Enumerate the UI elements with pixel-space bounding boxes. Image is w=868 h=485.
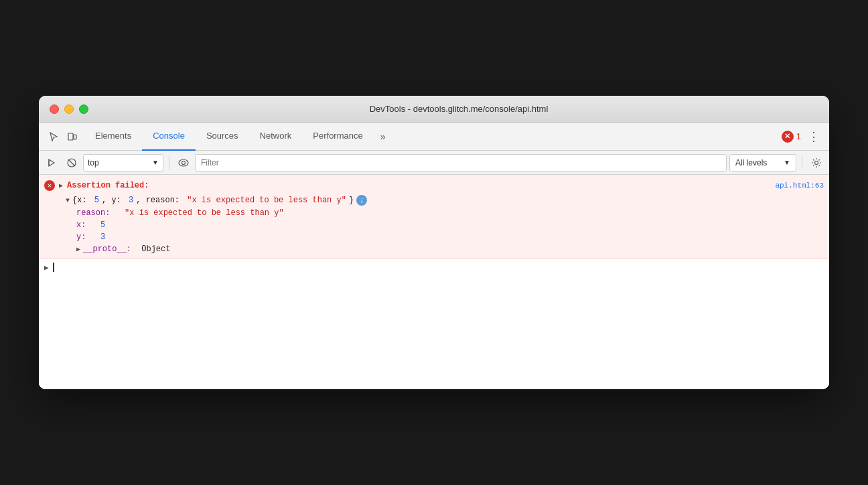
error-badge: ✕ 1 [782, 131, 801, 143]
titlebar: DevTools - devtools.glitch.me/console/ap… [39, 96, 829, 123]
window-title: DevTools - devtools.glitch.me/console/ap… [99, 104, 818, 114]
svg-point-6 [179, 159, 188, 166]
context-selector[interactable]: top ▼ [83, 154, 163, 171]
console-toolbar: top ▼ All levels ▼ [39, 151, 829, 175]
svg-line-5 [68, 159, 75, 166]
more-menu-button[interactable]: ⋮ [804, 129, 824, 144]
filter-input[interactable] [195, 154, 727, 171]
levels-chevron: ▼ [784, 159, 790, 166]
x-prop: x: 5 [39, 219, 829, 231]
svg-rect-0 [68, 133, 73, 140]
tab-network[interactable]: Network [249, 123, 303, 151]
cursor-icon[interactable] [44, 127, 63, 146]
maximize-button[interactable] [79, 105, 88, 114]
svg-point-7 [182, 161, 186, 164]
console-content: ✕ ▶ Assertion failed: api.html:63 ▼ {x: … [39, 175, 829, 389]
proto-expand-arrow[interactable]: ▶ [76, 245, 80, 253]
error-header: ✕ ▶ Assertion failed: api.html:63 [39, 178, 829, 194]
divider2 [802, 156, 802, 169]
assertion-label: Assertion failed: [67, 181, 149, 190]
object-expand-arrow[interactable]: ▼ [66, 197, 70, 204]
tab-sources[interactable]: Sources [196, 123, 249, 151]
divider [169, 156, 169, 169]
execute-button[interactable] [43, 154, 60, 171]
prompt-arrow[interactable]: ▶ [44, 263, 49, 272]
context-chevron: ▼ [152, 159, 159, 166]
svg-rect-1 [74, 135, 76, 139]
eye-button[interactable] [175, 154, 192, 171]
minimize-button[interactable] [64, 105, 74, 114]
tab-console[interactable]: Console [142, 123, 196, 151]
y-prop: y: 3 [39, 231, 829, 243]
info-icon[interactable]: i [356, 195, 367, 206]
traffic-lights [50, 105, 88, 114]
more-tabs-button[interactable]: » [374, 127, 392, 146]
expand-arrow[interactable]: ▶ [59, 182, 63, 190]
reason-prop: reason: "x is expected to be less than y… [39, 207, 829, 219]
error-row: ✕ ▶ Assertion failed: api.html:63 ▼ {x: … [39, 175, 829, 259]
clear-button[interactable] [63, 154, 80, 171]
svg-marker-2 [49, 159, 54, 166]
devtools-window: DevTools - devtools.glitch.me/console/ap… [39, 96, 829, 389]
cursor [53, 263, 54, 272]
device-icon[interactable] [63, 127, 82, 146]
devtools-body: Elements Console Sources Network Perform… [39, 123, 829, 389]
error-icon: ✕ [782, 131, 794, 143]
toolbar-right: ✕ 1 ⋮ [782, 129, 824, 144]
close-button[interactable] [50, 105, 59, 114]
main-toolbar: Elements Console Sources Network Perform… [39, 123, 829, 151]
object-preview-line: ▼ {x: 5 , y: 3 , reason: "x is expected … [39, 194, 829, 207]
svg-point-8 [815, 161, 818, 164]
error-circle-icon: ✕ [44, 180, 55, 191]
proto-prop: ▶ __proto__: Object [39, 243, 829, 255]
settings-button[interactable] [808, 154, 825, 171]
tab-elements[interactable]: Elements [84, 123, 142, 151]
levels-selector[interactable]: All levels ▼ [729, 154, 796, 171]
tab-bar: Elements Console Sources Network Perform… [82, 123, 782, 151]
tab-performance[interactable]: Performance [302, 123, 373, 151]
console-input-row: ▶ [39, 259, 829, 276]
file-link[interactable]: api.html:63 [775, 182, 824, 190]
